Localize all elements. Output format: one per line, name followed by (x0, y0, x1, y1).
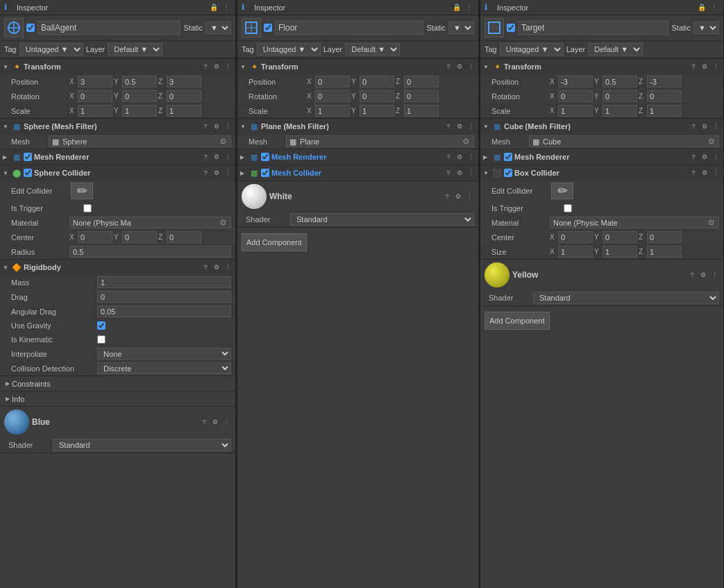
transform-header-3[interactable]: ✦ Transform ? ⚙ ⋮ (480, 59, 723, 74)
sphere-collider-checkbox-1[interactable] (24, 169, 32, 177)
mesh-filter-header-3[interactable]: ▦ Cube (Mesh Filter) ? ⚙ ⋮ (480, 119, 723, 134)
sphere-collider-settings-1[interactable]: ⚙ (212, 168, 221, 178)
rot-z-input-1[interactable] (167, 90, 201, 102)
radius-input-1[interactable] (69, 246, 231, 258)
material-menu-2[interactable]: ⋮ (464, 192, 474, 201)
cen-z-input-3[interactable] (647, 231, 682, 243)
mesh-pick-btn-2[interactable]: ⊙ (462, 137, 471, 146)
cen-x-input-3[interactable] (558, 231, 593, 243)
box-collider-header-3[interactable]: ⬛ Box Collider ? ⚙ ⋮ (480, 165, 723, 180)
tag-dropdown-3[interactable]: Untagged ▼ (500, 43, 564, 56)
tag-dropdown-2[interactable]: Untagged ▼ (257, 43, 321, 56)
pos-z-input-3[interactable] (647, 76, 682, 87)
is-kinematic-checkbox-1[interactable] (97, 335, 106, 344)
sc-x-input-2[interactable] (315, 105, 350, 117)
material-help-3[interactable]: ? (687, 270, 697, 280)
menu-icon-3[interactable]: ⋮ (709, 3, 719, 12)
mesh-collider-menu-2[interactable]: ⋮ (466, 168, 475, 178)
sc-z-input-1[interactable] (167, 105, 201, 117)
mesh-renderer-help-2[interactable]: ? (444, 152, 453, 162)
pos-z-input-2[interactable] (404, 76, 439, 87)
collider-material-pick-1[interactable]: ⊙ (219, 218, 228, 227)
pos-x-input-2[interactable] (315, 76, 350, 87)
mesh-renderer-settings-3[interactable]: ⚙ (700, 152, 709, 162)
size-x-input-3[interactable] (558, 246, 593, 258)
angular-drag-input-1[interactable] (97, 305, 231, 317)
rot-x-input-3[interactable] (558, 90, 593, 102)
interpolate-dropdown-1[interactable]: None (97, 348, 231, 360)
go-icon-2[interactable] (242, 18, 261, 37)
transform-header-2[interactable]: ✦ Transform ? ⚙ ⋮ (237, 59, 478, 74)
mesh-pick-btn-1[interactable]: ⊙ (219, 137, 228, 146)
shader-dropdown-2[interactable]: Standard (290, 213, 474, 226)
box-collider-settings-3[interactable]: ⚙ (700, 168, 709, 178)
mesh-collider-help-2[interactable]: ? (444, 168, 453, 178)
go-name-input-1[interactable] (37, 21, 180, 35)
mass-input-1[interactable] (97, 276, 231, 288)
material-settings-3[interactable]: ⚙ (698, 270, 708, 280)
lock-icon-1[interactable]: 🔒 (209, 3, 219, 12)
cen-x-input-1[interactable] (78, 231, 112, 243)
material-settings-2[interactable]: ⚙ (453, 192, 463, 201)
mesh-collider-header-2[interactable]: ▦ Mesh Collider ? ⚙ ⋮ (237, 165, 478, 180)
sphere-collider-menu-1[interactable]: ⋮ (223, 168, 233, 178)
edit-collider-btn-3[interactable]: ✏ (551, 183, 573, 199)
sphere-collider-help-1[interactable]: ? (201, 168, 210, 178)
transform-menu-1[interactable]: ⋮ (223, 62, 233, 72)
transform-help-1[interactable]: ? (201, 62, 210, 72)
go-active-checkbox-2[interactable] (264, 24, 272, 32)
transform-help-2[interactable]: ? (444, 62, 453, 72)
tag-dropdown-1[interactable]: Untagged ▼ (19, 43, 83, 56)
layer-dropdown-2[interactable]: Default ▼ (345, 43, 400, 56)
sc-y-input-1[interactable] (122, 105, 157, 117)
lock-icon-2[interactable]: 🔒 (452, 3, 462, 12)
is-trigger-checkbox-3[interactable] (564, 204, 572, 212)
mesh-filter-menu-2[interactable]: ⋮ (466, 121, 475, 131)
material-help-1[interactable]: ? (199, 417, 209, 427)
sc-z-input-3[interactable] (647, 105, 682, 117)
sc-y-input-3[interactable] (603, 105, 637, 117)
layer-dropdown-3[interactable]: Default ▼ (588, 43, 643, 56)
sphere-collider-header-1[interactable]: ⬤ Sphere Collider ? ⚙ ⋮ (0, 165, 235, 180)
mesh-collider-checkbox-2[interactable] (261, 169, 269, 177)
mesh-filter-help-3[interactable]: ? (689, 121, 698, 131)
mesh-renderer-help-3[interactable]: ? (689, 152, 698, 162)
transform-help-3[interactable]: ? (689, 62, 698, 72)
mesh-renderer-menu-2[interactable]: ⋮ (466, 152, 475, 162)
mesh-filter-header-1[interactable]: ▦ Sphere (Mesh Filter) ? ⚙ ⋮ (0, 119, 235, 134)
pos-x-input-1[interactable] (78, 76, 112, 87)
cen-y-input-1[interactable] (122, 231, 157, 243)
material-menu-1[interactable]: ⋮ (221, 417, 231, 427)
use-gravity-checkbox-1[interactable] (97, 321, 106, 330)
mesh-pick-btn-3[interactable]: ⊙ (707, 137, 716, 146)
rigidbody-settings-1[interactable]: ⚙ (212, 262, 221, 272)
sc-x-input-3[interactable] (558, 105, 593, 117)
go-icon-1[interactable] (4, 18, 24, 37)
rot-z-input-2[interactable] (404, 90, 439, 102)
mesh-filter-settings-3[interactable]: ⚙ (700, 121, 709, 131)
static-dropdown-2[interactable]: ▼ (448, 22, 474, 34)
material-menu-3[interactable]: ⋮ (709, 270, 719, 280)
drag-input-1[interactable] (97, 291, 231, 303)
mesh-renderer-checkbox-3[interactable] (504, 153, 512, 161)
transform-menu-3[interactable]: ⋮ (711, 62, 721, 72)
menu-icon-2[interactable]: ⋮ (464, 3, 474, 12)
pos-y-input-1[interactable] (122, 76, 157, 87)
go-icon-3[interactable] (485, 18, 504, 37)
add-component-btn-3[interactable]: Add Component (485, 312, 550, 330)
rigidbody-header-1[interactable]: 🔶 Rigidbody ? ⚙ ⋮ (0, 260, 235, 275)
box-collider-menu-3[interactable]: ⋮ (711, 168, 721, 178)
size-y-input-3[interactable] (603, 246, 637, 258)
rigidbody-help-1[interactable]: ? (201, 262, 210, 272)
box-collider-help-3[interactable]: ? (689, 168, 698, 178)
rot-y-input-3[interactable] (603, 90, 637, 102)
sc-z-input-2[interactable] (404, 105, 439, 117)
sc-x-input-1[interactable] (78, 105, 112, 117)
pos-y-input-3[interactable] (603, 76, 637, 87)
static-dropdown-1[interactable]: ▼ (205, 22, 231, 34)
mesh-filter-help-2[interactable]: ? (444, 121, 453, 131)
go-name-input-3[interactable] (518, 21, 668, 35)
mesh-renderer-settings-2[interactable]: ⚙ (455, 152, 464, 162)
mesh-renderer-menu-3[interactable]: ⋮ (711, 152, 721, 162)
rot-z-input-3[interactable] (647, 90, 682, 102)
